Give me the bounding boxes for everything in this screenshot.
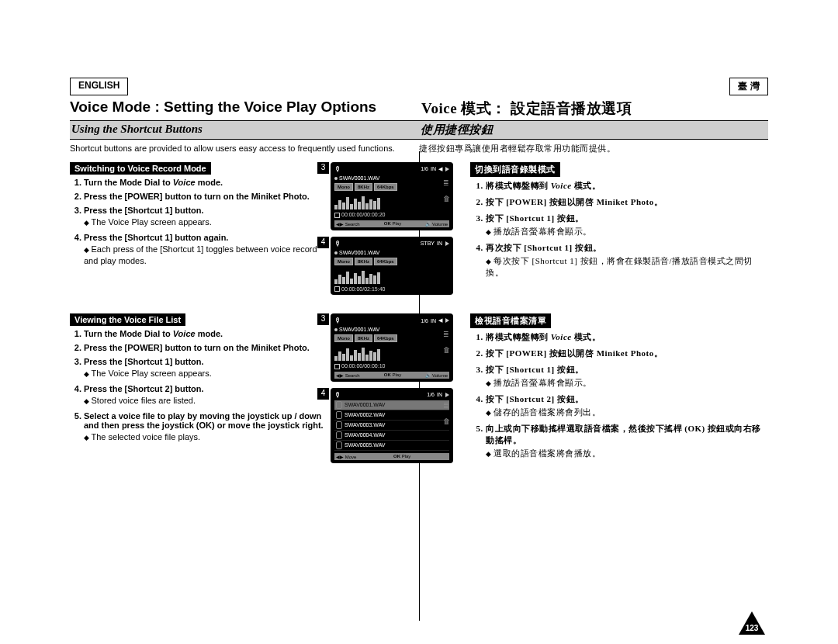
section-bar-a-zh: 切換到語音錄製模式: [470, 162, 560, 177]
mic-icon: 🎙: [334, 165, 341, 173]
step-badge-3: 3: [317, 161, 330, 175]
side-icons: ≣🗑: [443, 179, 450, 203]
title-zh: Voice 模式： 設定語音播放選項: [417, 97, 768, 120]
step-badge-4: 4: [317, 387, 330, 400]
subtitle-en: Using the Shortcut Buttons: [70, 121, 419, 139]
steps-a-zh: 將模式轉盤轉到 Voice 模式。 按下 [POWER] 按鈕以開啓 Minik…: [470, 180, 768, 279]
lang-zh-label: 臺 灣: [729, 78, 769, 95]
side-icons: ≣🗑: [443, 402, 450, 425]
section-bar-a-en: Switching to Voice Record Mode: [70, 162, 211, 175]
steps-b-zh: 將模式轉盤轉到 Voice 模式。 按下 [POWER] 按鈕以開啓 Minik…: [470, 331, 768, 459]
mic-icon: 🎙: [334, 240, 341, 248]
file-list: SWAV0001.WAV SWAV0002.WAV SWAV0003.WAV S…: [334, 400, 449, 451]
title-en: Voice Mode : Setting the Voice Play Opti…: [70, 97, 417, 120]
step-badge-4: 4: [317, 236, 330, 249]
mic-icon: 🎙: [334, 391, 341, 399]
mic-icon: 🎙: [334, 317, 341, 324]
lang-en-label: ENGLISH: [70, 78, 128, 95]
steps-a-en: Turn the Mode Dial to Voice mode. Press …: [70, 178, 326, 267]
section-bar-b-zh: 檢視語音檔案清單: [470, 313, 551, 328]
step-badge-3: 3: [317, 313, 330, 326]
menu-icon: ≣: [443, 179, 450, 187]
trash-icon: 🗑: [443, 195, 450, 203]
section-bar-b-en: Viewing the Voice File List: [70, 313, 185, 326]
device-screenshot-a3: 3 🎙 1/6 IN ◀ SWAV0001.WAV Mono 8KHz 64Kb…: [331, 162, 453, 230]
intro-en: Shortcut buttons are provided to allow u…: [70, 140, 419, 158]
subtitle-zh: 使用捷徑按鈕: [419, 121, 768, 139]
device-screenshot-b3: 3 🎙 1/6 IN ◀ SWAV0001.WAV Mono 8KHz 64Kb…: [331, 313, 453, 382]
device-screenshot-a4: 4 🎙 STBY IN SWAV0001.WAV Mono 8KHz 64Kbp…: [331, 237, 453, 296]
side-icons: ≣🗑: [443, 331, 450, 354]
intro-zh: 捷徑按鈕專爲讓使用者輕鬆存取常用功能而提供。: [419, 140, 768, 158]
steps-b-en: Turn the Mode Dial to Voice mode. Press …: [70, 329, 326, 443]
page-number-badge: 123: [739, 611, 765, 635]
device-screenshot-b4: 4 🎙 1/6 IN SWAV0001.WAV SWAV0002.WAV SWA…: [331, 388, 453, 463]
